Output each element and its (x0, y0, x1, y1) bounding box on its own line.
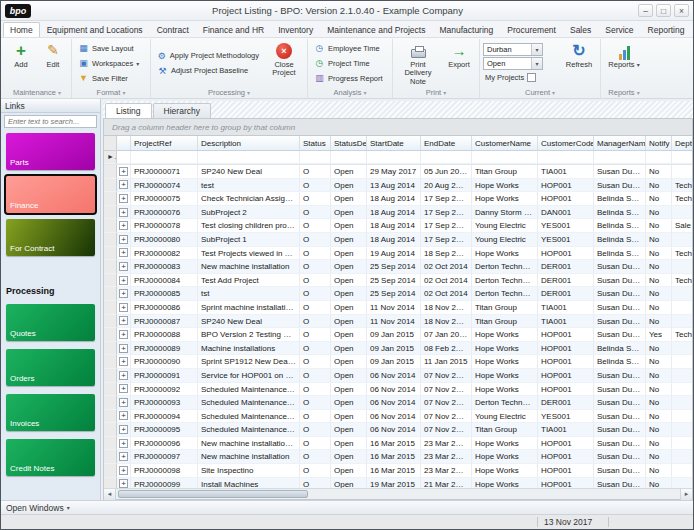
expand-icon[interactable]: + (119, 221, 128, 230)
expand-icon[interactable]: + (119, 411, 128, 420)
table-row[interactable]: +PRJ0000090Sprint SP1912 New Deal SaleOO… (104, 355, 692, 369)
add-button[interactable]: + Add (6, 40, 36, 86)
column-header-description[interactable]: Description (198, 136, 300, 150)
employee-time-button[interactable]: ◷ Employee Time (311, 41, 389, 55)
search-input[interactable] (4, 115, 97, 128)
workspaces-button[interactable]: ▣ Workspaces ▾ (75, 56, 147, 70)
sidebar-tile-parts[interactable]: Parts (6, 133, 95, 170)
table-row[interactable]: +PRJ0000083New machine installationOOpen… (104, 260, 692, 274)
table-row[interactable]: +PRJ0000091Service for HOP001 on 06 Nov … (104, 369, 692, 383)
filter-cell[interactable] (117, 151, 131, 164)
table-row[interactable]: +PRJ0000087SP240 New DealOOpen11 Nov 201… (104, 315, 692, 329)
expand-icon[interactable]: + (119, 398, 128, 407)
expand-cell[interactable]: + (117, 396, 131, 410)
expand-icon[interactable]: + (119, 208, 128, 217)
filter-cell[interactable] (198, 151, 300, 164)
table-row[interactable]: +PRJ0000071SP240 New DealOOpen29 May 201… (104, 165, 692, 179)
menu-tab-sales[interactable]: Sales (563, 22, 598, 37)
project-time-button[interactable]: ◷ Project Time (311, 56, 389, 70)
column-header-startdate[interactable]: StartDate (367, 136, 421, 150)
filter-cell[interactable] (421, 151, 472, 164)
expand-cell[interactable]: + (117, 342, 131, 356)
expand-cell[interactable]: + (117, 369, 131, 383)
filter-cell[interactable] (300, 151, 331, 164)
column-header-managername[interactable]: ManagerName (594, 136, 646, 150)
menu-tab-service[interactable]: Service (598, 22, 640, 37)
adjust-project-baseline-button[interactable]: ⚒ Adjust Project Baseline (154, 64, 262, 78)
my-projects-checkbox[interactable]: My Projects (483, 71, 559, 84)
expand-cell[interactable]: + (117, 478, 131, 488)
table-row[interactable]: +PRJ0000080SubProject 1OOpen18 Aug 20141… (104, 233, 692, 247)
expand-cell[interactable]: + (117, 410, 131, 424)
table-row[interactable]: +PRJ0000097New machine installationOOpen… (104, 450, 692, 464)
expand-icon[interactable]: + (119, 276, 128, 285)
column-header-enddate[interactable]: EndDate (421, 136, 472, 150)
expand-cell[interactable]: + (117, 274, 131, 288)
menu-tab-home[interactable]: Home (3, 22, 40, 37)
column-header-projectref[interactable]: ProjectRef (131, 136, 198, 150)
expand-cell[interactable]: + (117, 206, 131, 220)
group-by-panel[interactable]: Drag a column header here to group by th… (104, 119, 692, 136)
minimize-icon[interactable]: – (638, 4, 653, 17)
expand-cell[interactable]: + (117, 165, 131, 179)
table-row[interactable]: +PRJ0000086Sprint machine installation -… (104, 301, 692, 315)
expand-cell[interactable]: + (117, 383, 131, 397)
print-delivery-note-button[interactable]: Print Delivery Note (396, 40, 440, 86)
filter-cell[interactable] (131, 151, 198, 164)
status-dropdown[interactable]: Open ▾ (483, 57, 543, 70)
site-dropdown[interactable]: Durban ▾ (483, 43, 543, 56)
save-filter-button[interactable]: ▼ Save Filter (75, 71, 147, 85)
table-row[interactable]: +PRJ0000095Scheduled Maintenance for TI.… (104, 423, 692, 437)
menu-tab-procurement[interactable]: Procurement (500, 22, 563, 37)
export-button[interactable]: → Export (442, 40, 476, 86)
expand-icon[interactable]: + (119, 235, 128, 244)
expand-icon[interactable]: + (119, 194, 128, 203)
table-row[interactable]: +PRJ0000096New machine installation SP 1… (104, 437, 692, 451)
table-row[interactable]: +PRJ0000078Test closing children project… (104, 219, 692, 233)
expand-cell[interactable]: + (117, 450, 131, 464)
column-header-deptname[interactable]: DeptName (672, 136, 692, 150)
menu-tab-inventory[interactable]: Inventory (271, 22, 320, 37)
expand-cell[interactable]: + (117, 437, 131, 451)
sidebar-tile-credit-notes[interactable]: Credit Notes (6, 439, 95, 476)
expand-icon[interactable]: + (119, 357, 128, 366)
menu-tab-maintenance-and-projects[interactable]: Maintenance and Projects (320, 22, 432, 37)
filter-cell[interactable] (472, 151, 538, 164)
tab-listing[interactable]: Listing (105, 103, 152, 118)
sidebar-tile-invoices[interactable]: Invoices (6, 394, 95, 431)
edit-button[interactable]: ✎ Edit (38, 40, 68, 86)
open-windows-bar[interactable]: Open Windows ▾ (1, 500, 693, 514)
table-row[interactable]: +PRJ0000089Machine installationsOOpen09 … (104, 342, 692, 356)
horizontal-scrollbar[interactable]: ◂ ▸ (104, 488, 692, 499)
filter-cell[interactable] (646, 151, 672, 164)
save-layout-button[interactable]: ▦ Save Layout (75, 41, 147, 55)
scrollbar-thumb[interactable] (118, 490, 308, 498)
filter-cell[interactable] (538, 151, 594, 164)
expand-cell[interactable]: + (117, 328, 131, 342)
expand-icon[interactable]: + (119, 384, 128, 393)
column-header-notify[interactable]: Notify (646, 136, 672, 150)
filter-cell[interactable] (672, 151, 692, 164)
expand-cell[interactable]: + (117, 247, 131, 261)
expand-cell[interactable]: + (117, 315, 131, 329)
column-header-statusdesc[interactable]: StatusDesc (331, 136, 367, 150)
table-row[interactable]: +PRJ0000075Check Technician AssignmentOO… (104, 192, 692, 206)
filter-cell[interactable] (367, 151, 421, 164)
expand-cell[interactable]: + (117, 355, 131, 369)
table-row[interactable]: +PRJ0000082Test Projects viewed in Custo… (104, 247, 692, 261)
close-icon[interactable]: × (674, 4, 689, 17)
filter-cell[interactable] (594, 151, 646, 164)
expand-icon[interactable]: + (119, 248, 128, 257)
scroll-left-icon[interactable]: ◂ (104, 489, 116, 500)
menu-tab-contract[interactable]: Contract (150, 22, 196, 37)
column-header-status[interactable]: Status (300, 136, 331, 150)
filter-cell[interactable] (331, 151, 367, 164)
column-header-customercode[interactable]: CustomerCode (538, 136, 594, 150)
expand-cell[interactable]: + (117, 301, 131, 315)
expand-icon[interactable]: + (119, 303, 128, 312)
menu-tab-reporting[interactable]: Reporting (641, 22, 692, 37)
expand-icon[interactable]: + (119, 262, 128, 271)
progress-report-button[interactable]: ▥ Progress Report (311, 71, 389, 85)
table-row[interactable]: +PRJ0000099Install MachinesOOpen19 Mar 2… (104, 478, 692, 488)
expand-icon[interactable]: + (119, 371, 128, 380)
